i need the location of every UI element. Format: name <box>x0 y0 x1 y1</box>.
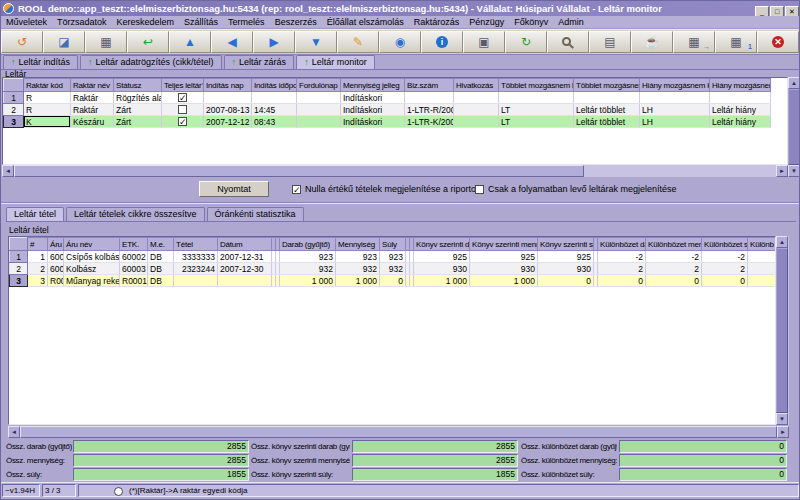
only-in-progress-checkbox[interactable]: Csak a folyamatban levő leltárak megjele… <box>475 184 677 194</box>
toolbar-search-button[interactable] <box>547 31 589 53</box>
cell[interactable]: 923 <box>380 251 406 263</box>
cell[interactable]: DB <box>148 275 174 287</box>
cell[interactable]: 2007-12-12 <box>204 116 252 128</box>
cell[interactable]: Raktár <box>71 104 114 116</box>
column-header-k-nyv-szerinti-mennyis-g[interactable]: Könyv szerinti mennyiség <box>470 238 538 251</box>
column-header-hi-ny-mozg-snem-k-d[interactable]: Hiány mozgásnem kód <box>640 79 710 92</box>
cell[interactable] <box>748 275 777 287</box>
cell[interactable]: 0 <box>380 275 406 287</box>
cell[interactable]: ✓ <box>162 92 204 104</box>
cell[interactable]: Leltár többlet <box>574 116 640 128</box>
tab-lelt-r-t-telek-cikkre-sszes-tve[interactable]: Leltár tételek cikkre összesítve <box>66 207 205 221</box>
column-header-ru-n-v[interactable]: Áru név <box>64 238 120 251</box>
cell[interactable]: 1 000 <box>336 275 380 287</box>
cell[interactable]: 600 <box>48 251 64 263</box>
cell[interactable]: 1 <box>28 251 48 263</box>
cell[interactable]: Leltár hiány <box>710 104 771 116</box>
column-header-hi-ny-mozg-snem[interactable]: Hiány mozgásnem <box>710 79 771 92</box>
cell[interactable]: 3 <box>28 275 48 287</box>
menu-item-rakt-roz-s[interactable]: Raktározás <box>409 17 465 27</box>
column-header-k-l-nb-zet-s-ly[interactable]: Különbözet súly <box>702 238 748 251</box>
cell[interactable]: 08:43 <box>252 116 297 128</box>
column-header-biz-sz-m[interactable]: Biz.szám <box>405 79 454 92</box>
column-header-k-nyv-szerinti-darab[interactable]: Könyv szerinti darab <box>414 238 470 251</box>
cell[interactable]: -2 <box>598 251 646 263</box>
cell[interactable]: Raktár <box>71 92 114 104</box>
cell[interactable] <box>454 104 499 116</box>
checkbox-icon[interactable] <box>178 105 187 114</box>
cell[interactable] <box>405 92 454 104</box>
tab-r-nk-nti-statisztika[interactable]: Óránkénti statisztika <box>207 207 304 221</box>
print-button[interactable]: Nyomtat <box>199 181 269 197</box>
column-header-ind-t-s-nap[interactable]: Indítás nap <box>204 79 252 92</box>
cell[interactable] <box>174 275 218 287</box>
cell[interactable]: 923 <box>336 251 380 263</box>
cell[interactable]: 14:45 <box>252 104 297 116</box>
menu-item-f-k-nyv[interactable]: Főkönyv <box>509 17 553 27</box>
menu-item-admin[interactable]: Admin <box>553 17 589 27</box>
tab-lelt-r-t-tel[interactable]: Leltár tétel <box>6 207 64 221</box>
checkbox-icon[interactable]: ✓ <box>178 117 187 126</box>
column-header-ind-t-s-id-pont[interactable]: Indítás időpont <box>252 79 297 92</box>
cell[interactable]: Csípős kolbás <box>64 251 120 263</box>
row-number[interactable]: 1 <box>4 92 24 104</box>
toolbar-rows-button[interactable]: ▤ <box>589 31 631 53</box>
cell[interactable]: -2 <box>702 251 748 263</box>
maximize-button[interactable]: □ <box>770 6 784 17</box>
cell[interactable]: 930 <box>470 263 538 275</box>
cell[interactable] <box>454 116 499 128</box>
toolbar-next-record-button[interactable]: ▶ <box>253 31 295 53</box>
cell[interactable]: 2323244 <box>174 263 218 275</box>
menu-item-kereskedelem[interactable]: Kereskedelem <box>112 17 180 27</box>
cell[interactable]: 1 000 <box>414 275 470 287</box>
cell[interactable] <box>640 92 710 104</box>
cell[interactable]: 0 <box>538 275 594 287</box>
cell[interactable]: 2 <box>28 263 48 275</box>
row-number[interactable]: 3 <box>4 116 24 128</box>
cell[interactable]: -2 <box>646 251 702 263</box>
column-header-d-tum[interactable]: Dátum <box>218 238 272 251</box>
cell[interactable]: LH <box>640 104 710 116</box>
cell[interactable] <box>204 92 252 104</box>
menu-item-beszerz-s[interactable]: Beszerzés <box>270 17 322 27</box>
show-zero-items-checkbox[interactable]: ✓ Nulla értékű tételek megjelenítése a r… <box>292 184 481 194</box>
cell[interactable]: 925 <box>470 251 538 263</box>
toolbar-edit-button[interactable]: ✎ <box>337 31 379 53</box>
cell[interactable]: Műanyag reke <box>64 275 120 287</box>
column-header-k-l-nb-zet-mennyis-g[interactable]: Különbözet mennyiség <box>646 238 702 251</box>
cell[interactable] <box>297 116 341 128</box>
scrollbar-thumb[interactable] <box>20 426 777 438</box>
cell[interactable]: Rögzítés alatt <box>114 92 162 104</box>
menu-item-l-llat-elsz-mol-s[interactable]: Élőállat elszámolás <box>322 17 409 27</box>
cell[interactable]: 2 <box>646 263 702 275</box>
column-header-rakt-r-k-d[interactable]: Raktár kód <box>24 79 71 92</box>
scroll-down-icon[interactable]: ▼ <box>776 413 788 425</box>
toolbar-exit-button[interactable]: ✕ <box>757 31 799 53</box>
cell[interactable]: 600 <box>48 263 64 275</box>
minimize-button[interactable]: _ <box>755 6 769 17</box>
cell[interactable]: 2007-12-31 <box>218 251 272 263</box>
column-header-darab-gy-jt[interactable]: Darab (gyűjtő) <box>280 238 336 251</box>
menu-item-sz-ll-t-s[interactable]: Szállítás <box>179 17 223 27</box>
cell[interactable]: 2 <box>702 263 748 275</box>
row-number[interactable]: 1 <box>10 251 28 263</box>
column-header-etk[interactable]: ETK. <box>120 238 148 251</box>
tab-lelt-r-adatr-gz-t-s-cikk-t-tel[interactable]: ↑Leltár adatrögzítés (cikk/tétel) <box>80 55 222 69</box>
cell[interactable]: 925 <box>414 251 470 263</box>
cell[interactable] <box>748 263 777 275</box>
tab-lelt-r-ind-t-s[interactable]: ↑Leltár indítás <box>3 55 78 69</box>
cell[interactable]: 930 <box>538 263 594 275</box>
toolbar-print-button[interactable]: ☕ <box>631 31 673 53</box>
menu-item-m-veletek[interactable]: Műveletek <box>1 17 52 27</box>
cell[interactable]: ✓ <box>162 116 204 128</box>
cell[interactable]: 1-LTR-K/2007 <box>405 116 454 128</box>
toolbar-last-record-button[interactable]: ▼ <box>295 31 337 53</box>
scroll-left-icon[interactable]: ◄ <box>8 426 20 438</box>
column-header-fordul-nap[interactable]: Fordulónap <box>297 79 341 92</box>
toolbar-confirm-button[interactable]: ↩ <box>127 31 169 53</box>
cell[interactable]: 2007-08-13 <box>204 104 252 116</box>
cell[interactable] <box>574 92 640 104</box>
toolbar-export-table-button[interactable]: ▦→ <box>673 31 715 53</box>
row-number[interactable]: 2 <box>4 104 24 116</box>
cell[interactable] <box>162 104 204 116</box>
